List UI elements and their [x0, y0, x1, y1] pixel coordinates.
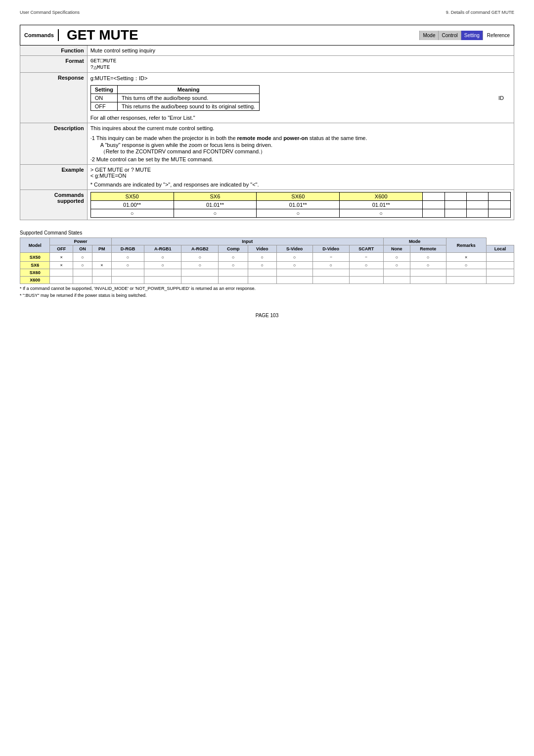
x600-pm: [92, 277, 111, 284]
x600-argb1: [144, 277, 181, 284]
scs-sub-dvideo: D-Video: [312, 245, 349, 253]
sx50-local: ×: [446, 253, 486, 262]
format-line2: ?△MUTE: [90, 64, 511, 70]
sx60-remarks: [486, 269, 514, 277]
control-box: Control: [439, 31, 461, 40]
function-row: Function Mute control setting inquiry: [20, 46, 514, 56]
scs-col-mode: Mode: [383, 238, 446, 245]
scs-sub-local: Local: [486, 245, 514, 253]
sx50-argb1: ○: [144, 253, 181, 262]
ver-empty1: [423, 201, 445, 209]
scs-sub-remote: Remote: [410, 245, 446, 253]
example-row: Example > GET MUTE or ? MUTE < g:MUTE=ON…: [20, 165, 514, 190]
cmd-header-row: SX50 SX6 SX60 X600: [90, 192, 510, 201]
page-number: PAGE 103: [256, 313, 279, 318]
cmd-empty1: [423, 192, 445, 201]
sx50-remote: ○: [410, 253, 446, 262]
response-row-on: ON This turns off the audio/beep sound.: [90, 94, 260, 102]
x600-remote: [410, 277, 446, 284]
scs-title: Supported Command States: [20, 230, 514, 236]
scs-table: Model Power Input Mode Remarks OFF ON PM…: [20, 237, 514, 284]
circle-empty2: [445, 209, 466, 218]
sx60-off: [50, 269, 73, 277]
circle-sx6: ○: [174, 209, 257, 218]
response-row: Response g:MUTE=<Setting：ID> Setting Mea…: [20, 73, 514, 123]
x600-local: [446, 277, 486, 284]
sx60-on: [73, 269, 92, 277]
sx6-argb2: ○: [181, 262, 219, 269]
x600-on: [73, 277, 92, 284]
description-label: Description: [20, 123, 88, 165]
scs-sub-off: OFF: [50, 245, 73, 253]
sx6-drgb: ○: [111, 262, 144, 269]
scs-row-x600: X600: [20, 277, 514, 284]
sx6-none: ○: [383, 262, 410, 269]
note-1: * If a command cannot be supported, 'INV…: [20, 286, 514, 291]
x600-svideo: [276, 277, 312, 284]
page-header: User Command Specifications 9. Details o…: [20, 10, 514, 15]
sx50-dvideo: －: [312, 253, 349, 262]
x600-argb2: [181, 277, 219, 284]
circle-empty3: [467, 209, 489, 218]
setting-off: OFF: [90, 102, 117, 111]
sx50-comp: ○: [219, 253, 248, 262]
format-label: Format: [20, 56, 88, 73]
response-table-header: Setting Meaning: [90, 86, 260, 94]
scs-sub-svideo: S-Video: [276, 245, 312, 253]
header-right: 9. Details of command GET MUTE: [446, 10, 514, 15]
sx60-video: [248, 269, 277, 277]
model-sx6: SX6: [20, 262, 50, 269]
commands-supported-row: Commandssupported SX50 SX6 SX60 X600 01.…: [20, 190, 514, 220]
sx50-video: ○: [248, 253, 277, 262]
sx60-dvideo: [312, 269, 349, 277]
circle-sx60: ○: [257, 209, 340, 218]
supported-command-states-section: Supported Command States Model Power Inp…: [20, 230, 514, 298]
circle-x600: ○: [340, 209, 423, 218]
example-content: > GET MUTE or ? MUTE < g:MUTE=ON * Comma…: [87, 165, 514, 190]
sx60-argb2: [181, 269, 219, 277]
circle-sx50: ○: [90, 209, 174, 218]
sx50-argb2: ○: [181, 253, 219, 262]
setting-box: Setting: [461, 31, 483, 40]
function-label: Function: [20, 46, 88, 56]
commands-label: Commands: [20, 29, 59, 41]
sx6-dvideo: ○: [312, 262, 349, 269]
example-label: Example: [20, 165, 88, 190]
cmd-version-row: 01.00** 01.01** 01.01** 01.01**: [90, 201, 510, 209]
scs-row-sx6: SX6 × ○ × ○ ○ ○ ○ ○ ○ ○ ○ ○ ○ ○: [20, 262, 514, 269]
response-table: Setting Meaning ON This turns off the au…: [90, 85, 260, 111]
description-content: This inquires about the current mute con…: [87, 123, 514, 165]
reference-box: Reference: [483, 31, 514, 40]
sx6-off: ×: [50, 262, 73, 269]
cmd-sx60: SX60: [257, 192, 340, 201]
sx6-remarks: [486, 262, 514, 269]
setting-on: ON: [90, 94, 117, 102]
x600-remarks: [486, 277, 514, 284]
response-note: For all other responses, refer to "Error…: [90, 115, 511, 121]
ver-empty3: [467, 201, 489, 209]
meaning-on: This turns off the audio/beep sound.: [117, 94, 259, 102]
description-row: Description This inquires about the curr…: [20, 123, 514, 165]
scs-sub-argb1: A-RGB1: [144, 245, 181, 253]
col-setting: Setting: [90, 86, 117, 94]
example-line1: > GET MUTE or ? MUTE: [90, 167, 511, 173]
response-label: Response: [20, 73, 88, 123]
model-x600: X600: [20, 277, 50, 284]
format-line1: GET□MUTE: [90, 58, 511, 64]
mode-control-area: Mode Control Setting Reference: [419, 31, 514, 40]
scs-col-power: Power: [50, 238, 111, 245]
ver-empty4: [489, 201, 511, 209]
scs-col-model: Model: [20, 238, 50, 253]
sx50-remarks: [486, 253, 514, 262]
sx60-svideo: [276, 269, 312, 277]
sx60-local: [446, 269, 486, 277]
sx60-pm: [92, 269, 111, 277]
description-text: This inquires about the current mute con…: [90, 125, 511, 131]
circle-empty4: [489, 209, 511, 218]
description-note-3: （Refer to the ZCONTDRV command and FCONT…: [100, 148, 511, 155]
ver-sx60: 01.01**: [257, 201, 340, 209]
sx6-argb1: ○: [144, 262, 181, 269]
scs-sub-comp: Comp: [219, 245, 248, 253]
format-content: GET□MUTE ?△MUTE: [87, 56, 514, 73]
sx50-on: ○: [73, 253, 92, 262]
